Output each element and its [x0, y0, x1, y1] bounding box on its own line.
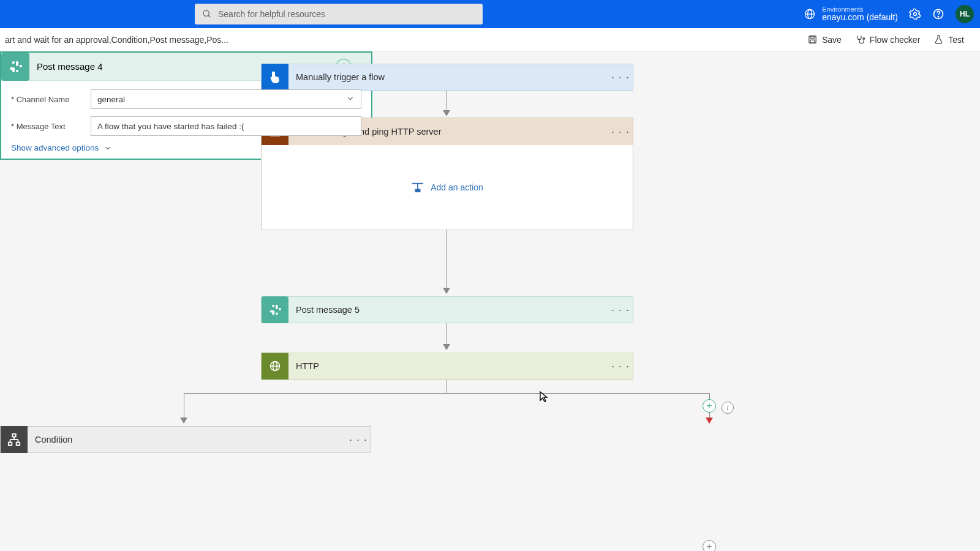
trigger-card[interactable]: Manually trigger a flow · · ·	[261, 64, 633, 91]
globe-icon	[262, 353, 288, 380]
test-button[interactable]: Test	[933, 34, 964, 45]
connector	[447, 91, 447, 111]
svg-rect-25	[9, 443, 12, 446]
trigger-title: Manually trigger a flow	[288, 72, 608, 82]
topbar: Search for helpful resources Environment…	[0, 0, 980, 28]
save-icon	[807, 34, 818, 45]
command-bar: art and wait for an approval,Condition,P…	[0, 28, 980, 51]
globe-icon	[804, 8, 816, 20]
flow-checker-button[interactable]: Flow checker	[855, 34, 920, 45]
card-menu[interactable]: · · ·	[608, 360, 633, 373]
post-message-5-card[interactable]: Post message 5 · · ·	[261, 296, 633, 323]
svg-rect-20	[12, 434, 16, 437]
slack-icon	[1, 53, 29, 81]
arrow-icon	[443, 288, 450, 294]
add-step-button[interactable]: +	[703, 540, 716, 551]
avatar[interactable]: HL	[956, 5, 974, 23]
channel-name-select[interactable]: general	[91, 89, 361, 109]
http-title: HTTP	[288, 361, 608, 371]
environment-value: enayu.com (default)	[822, 13, 898, 22]
help-icon[interactable]	[932, 8, 944, 20]
condition-icon	[1, 426, 28, 453]
card-menu[interactable]: · · ·	[608, 304, 633, 317]
add-branch-button[interactable]: +	[703, 399, 716, 413]
card-menu[interactable]: · · ·	[608, 71, 633, 84]
stethoscope-icon	[855, 34, 865, 45]
search-placeholder: Search for helpful resources	[218, 9, 325, 19]
cursor-icon	[539, 391, 549, 405]
chevron-down-icon	[346, 94, 355, 105]
svg-rect-26	[17, 443, 20, 446]
arrow-icon	[706, 418, 713, 424]
condition-card[interactable]: Condition · · ·	[0, 426, 371, 453]
arrow-icon	[443, 110, 450, 116]
connector	[447, 230, 447, 289]
card-menu[interactable]: · · ·	[346, 433, 371, 446]
connector	[447, 380, 447, 393]
svg-point-5	[914, 13, 917, 16]
svg-rect-16	[416, 190, 420, 192]
chevron-down-icon	[104, 144, 112, 152]
save-button[interactable]: Save	[807, 34, 842, 45]
flow-canvas[interactable]: Manually trigger a flow · · · Post messa…	[0, 51, 980, 551]
condition-title: Condition	[28, 435, 346, 444]
search-icon	[202, 9, 212, 19]
svg-line-1	[208, 15, 210, 17]
svg-point-11	[863, 38, 865, 40]
slack-icon	[262, 296, 288, 323]
environment-picker[interactable]: Environments enayu.com (default)	[804, 6, 898, 22]
connector	[184, 393, 184, 419]
arrow-icon	[180, 418, 187, 424]
card-menu[interactable]: · · ·	[608, 126, 633, 138]
add-action-button[interactable]: Add an action	[262, 145, 633, 230]
message-text-label: Message Text	[11, 122, 91, 131]
http-card[interactable]: HTTP · · ·	[261, 353, 633, 380]
pm5-title: Post message 5	[288, 305, 608, 315]
connector	[447, 323, 447, 345]
svg-point-7	[938, 17, 938, 17]
touch-icon	[262, 64, 288, 91]
arrow-icon	[443, 344, 450, 350]
info-icon[interactable]: i	[722, 402, 734, 414]
svg-rect-10	[810, 40, 815, 43]
svg-rect-9	[811, 36, 815, 39]
message-text-input[interactable]: A flow that you have started has failed …	[91, 116, 361, 136]
svg-point-0	[203, 10, 209, 16]
connector	[184, 393, 709, 394]
flask-icon	[933, 34, 944, 45]
add-action-icon	[411, 182, 424, 193]
breadcrumb: art and wait for an approval,Condition,P…	[5, 35, 228, 45]
channel-name-label: Channel Name	[11, 95, 91, 104]
search-input[interactable]: Search for helpful resources	[195, 4, 483, 24]
gear-icon[interactable]	[909, 8, 921, 20]
